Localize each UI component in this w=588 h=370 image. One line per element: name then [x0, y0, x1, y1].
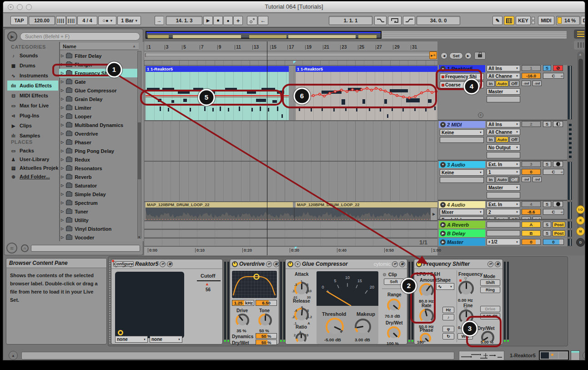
loop-switch-button[interactable]	[388, 16, 402, 25]
fold-icon[interactable]: ▼	[440, 66, 446, 71]
expand-icon[interactable]: ▷	[61, 62, 64, 66]
track4-automation-param-dropdown[interactable]: Track Volume	[440, 217, 484, 220]
return-b-post-toggle[interactable]: Post	[553, 230, 565, 236]
expand-icon[interactable]: ▷	[61, 132, 64, 136]
expand-icon[interactable]: ▷	[61, 201, 64, 205]
track4-header[interactable]: ▼4 Audio	[439, 201, 485, 208]
expand-icon[interactable]: ▷	[61, 88, 64, 92]
device-row-multiband-dynamics[interactable]: ▷Multiband Dynamics	[59, 121, 139, 129]
device-row-looper[interactable]: ▷Looper	[59, 112, 139, 121]
time-ruler[interactable]: 0:000:100:200:300:400:501:00	[144, 246, 437, 255]
device-row-saturator[interactable]: ▷Saturator	[59, 181, 139, 190]
reaktor-dropdown-1[interactable]: none	[115, 336, 148, 343]
track4-arm-button[interactable]	[553, 201, 563, 207]
expand-icon[interactable]: ▷	[61, 227, 64, 231]
rate-hz-button[interactable]: Hz	[442, 307, 454, 313]
search-input[interactable]	[20, 32, 140, 41]
track1-monitor-off[interactable]: Off	[509, 81, 519, 86]
hot-swap-icon[interactable]: ⇄	[487, 261, 493, 267]
configure-button[interactable]: Configure	[113, 261, 134, 267]
return-b-send-label[interactable]: B	[522, 230, 541, 236]
return-a-post-toggle[interactable]: Post	[553, 222, 565, 228]
punch-out-button[interactable]	[403, 16, 415, 25]
device-chain-thumbnails[interactable]	[539, 350, 569, 360]
track3-header[interactable]: ▼3 Audio	[439, 161, 485, 168]
device-row-tuner[interactable]: ▷Tuner	[59, 207, 139, 216]
power-icon[interactable]	[287, 261, 293, 267]
tap-tempo-button[interactable]: TAP	[10, 16, 28, 25]
track2-output-dropdown[interactable]: No Output	[487, 144, 520, 151]
track3-input-type-dropdown[interactable]: Ext. In	[487, 161, 520, 167]
overdrive-freq-field[interactable]: 1.25kHz	[232, 300, 254, 306]
browser-scrollbar-thumb[interactable]	[138, 122, 141, 179]
reenable-automation-button[interactable]	[247, 16, 257, 25]
set-marker-button[interactable]: Set	[449, 52, 463, 59]
browser-collapse-button[interactable]: ▶	[7, 31, 17, 41]
add-automation-lane-button[interactable]: +	[478, 112, 483, 118]
track4-volume-field[interactable]: -8.6	[522, 209, 541, 215]
device-row-flanger[interactable]: ▷Flanger	[59, 60, 139, 69]
track1-number[interactable]: 1	[522, 65, 541, 71]
hot-swap-icon[interactable]: ⇄	[160, 261, 166, 267]
zoom-button[interactable]	[26, 4, 32, 10]
track3-pan-field[interactable]: C◀	[543, 169, 564, 175]
mode-shift-button[interactable]: Shift	[480, 279, 500, 286]
track2-input-type-dropdown[interactable]: All Ins	[487, 121, 520, 127]
arrangement-view-toggle[interactable]	[574, 30, 585, 39]
sidebar-item-sounds[interactable]: ♪Sounds	[7, 51, 58, 61]
play-fold-icon[interactable]: ▶	[440, 231, 446, 236]
track1-solo-button[interactable]: S	[543, 65, 551, 71]
expand-icon[interactable]: ▷	[61, 54, 64, 58]
track3-solo-button[interactable]: S	[543, 161, 551, 167]
sidebar-item-instruments[interactable]: ∿Instruments	[7, 71, 58, 81]
expand-icon[interactable]: ▷	[61, 157, 64, 162]
hot-swap-icon[interactable]: ⇄	[392, 261, 398, 267]
track2-number[interactable]: 2	[522, 121, 541, 127]
clip-scroll-arrow[interactable]: ▶	[430, 208, 437, 221]
back-to-arrangement-mini-button[interactable]: ▶≡	[429, 51, 437, 59]
track1-monitor-auto[interactable]: Auto	[496, 81, 508, 86]
track4-solo-button[interactable]: S	[543, 201, 551, 207]
track1-monitor-in[interactable]: In	[487, 81, 495, 86]
close-button[interactable]	[8, 4, 14, 10]
sort-arrow-icon[interactable]: ▲	[132, 43, 136, 50]
overdrive-q-field[interactable]: 6.50	[256, 300, 277, 306]
track3-monitor-in[interactable]: In	[487, 177, 495, 182]
vertical-scrollbar[interactable]: ▲ ▼	[577, 51, 584, 231]
soft-clip-button[interactable]: Soft	[384, 279, 404, 285]
loop-lock-button[interactable]	[474, 52, 486, 60]
master-lane[interactable]: 1/1	[144, 238, 437, 246]
lfo-shape-dropdown[interactable]: ∿	[436, 283, 454, 290]
power-icon[interactable]	[232, 261, 238, 267]
glue-drywet-knob[interactable]	[387, 326, 401, 340]
scroll-up-icon[interactable]: ▲	[578, 52, 582, 56]
prev-marker-button[interactable]: ◀	[441, 52, 447, 59]
device-row-reverb[interactable]: ▷Reverb	[59, 172, 139, 181]
track4-monitor-in[interactable]: In	[487, 217, 495, 220]
clip-drum-a[interactable]: MAP_120BPM_DRUM_LOOP_22	[146, 202, 293, 208]
master-quantize-dropdown[interactable]: ‖1/2	[487, 238, 520, 245]
track3-monitor-off[interactable]: Off	[509, 177, 519, 182]
cutoff-value[interactable]: 56	[206, 287, 211, 292]
show-mixer-toggle[interactable]: M	[576, 227, 585, 236]
scrollbar-thumb[interactable]	[578, 59, 583, 223]
track4-monitor-off[interactable]: Off	[509, 217, 519, 220]
track4-automation-device-dropdown[interactable]: Mixer	[440, 209, 484, 215]
track2-header[interactable]: ▼2 MIDI	[439, 121, 485, 128]
return-b-solo-button[interactable]: S	[543, 230, 551, 236]
expand-icon[interactable]: ▷	[61, 149, 64, 153]
overview-visible-region[interactable]	[146, 31, 382, 39]
expand-icon[interactable]: ▷	[61, 235, 64, 239]
fs-drywet-value[interactable]: 5.00 %	[481, 340, 493, 345]
save-preset-icon[interactable]: ▣	[167, 261, 173, 267]
phase-spin-button[interactable]: ↻	[442, 333, 454, 340]
nudge-down-button[interactable]: ||||	[56, 16, 66, 25]
track3-input-channel-dropdown[interactable]: 1	[487, 169, 520, 175]
punch-in-button[interactable]	[374, 16, 387, 25]
expand-icon[interactable]: ▷	[61, 140, 64, 144]
track2-input-channel-dropdown[interactable]: All Channe	[487, 129, 520, 135]
drive-value[interactable]: 35 %	[236, 328, 246, 333]
reaktor-dropdown-2[interactable]: none	[150, 336, 182, 343]
track2-monitor-auto[interactable]: Auto	[496, 137, 508, 142]
fold-icon[interactable]: ▼	[440, 122, 446, 127]
